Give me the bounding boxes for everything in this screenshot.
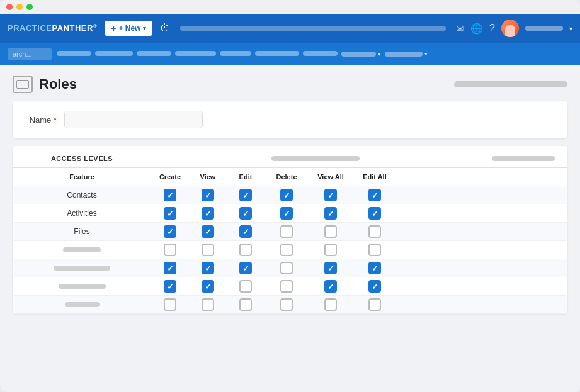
create-cell: [151, 298, 189, 311]
view-checkbox[interactable]: [202, 189, 214, 201]
view-checkbox[interactable]: [202, 280, 214, 293]
new-button[interactable]: + + New ▾: [105, 21, 152, 36]
create-cell: [151, 244, 189, 256]
viewAll-checkbox[interactable]: [324, 298, 337, 311]
maximize-dot[interactable]: [26, 4, 33, 10]
viewAll-checkbox[interactable]: [324, 207, 337, 220]
name-form-row: Name *: [25, 111, 555, 128]
view-checkbox[interactable]: [202, 225, 214, 238]
editAll-checkbox[interactable]: [368, 262, 381, 274]
editAll-checkbox[interactable]: [368, 225, 381, 238]
nav-item-3[interactable]: [137, 51, 171, 56]
view-cell: [189, 298, 227, 311]
edit-checkbox[interactable]: [239, 189, 252, 201]
nav-dropdown-1[interactable]: ▾: [341, 51, 381, 57]
viewAll-cell: [309, 298, 353, 311]
globe-icon[interactable]: 🌐: [470, 23, 483, 35]
feature-cell: [13, 247, 151, 252]
edit-checkbox[interactable]: [239, 244, 252, 256]
edit-cell: [227, 298, 264, 311]
delete-checkbox[interactable]: [280, 244, 293, 256]
view-cell: [189, 262, 227, 274]
viewAll-cell: [309, 189, 353, 201]
nav-item-5[interactable]: [220, 51, 251, 56]
view-checkbox[interactable]: [202, 262, 214, 274]
edit-checkbox[interactable]: [239, 262, 252, 274]
col-edit-all: Edit All: [353, 173, 397, 181]
viewAll-checkbox[interactable]: [324, 225, 337, 238]
nav-item-6[interactable]: [255, 51, 299, 56]
editAll-cell: [353, 207, 397, 220]
nav-dropdown-2[interactable]: ▾: [385, 51, 428, 57]
clock-icon[interactable]: ⏱: [160, 23, 170, 34]
viewAll-cell: [309, 280, 353, 293]
edit-checkbox[interactable]: [239, 225, 252, 238]
table-row: Files: [13, 223, 567, 241]
nav-item-1[interactable]: [57, 51, 91, 56]
search-box[interactable]: arch...: [8, 48, 52, 60]
nav-item-7[interactable]: [303, 51, 338, 56]
view-checkbox[interactable]: [202, 207, 214, 220]
nav-right: ✉ 🌐 ? ▾: [456, 20, 572, 37]
delete-checkbox[interactable]: [280, 225, 293, 238]
table-row: [13, 241, 567, 259]
view-checkbox[interactable]: [202, 244, 214, 256]
editAll-checkbox[interactable]: [368, 189, 381, 201]
nav-item-4[interactable]: [175, 51, 216, 56]
delete-checkbox[interactable]: [280, 207, 293, 220]
user-chevron-icon[interactable]: ▾: [569, 25, 572, 32]
create-cell: [151, 207, 189, 220]
editAll-checkbox[interactable]: [368, 298, 381, 311]
viewAll-checkbox[interactable]: [324, 262, 337, 274]
delete-cell: [264, 225, 309, 238]
create-cell: [151, 189, 189, 201]
column-headers: Feature Create View Edit Delete View All…: [13, 168, 567, 186]
main-content: Roles Name * ACCESS LEVELS Feature: [0, 65, 580, 392]
edit-cell: [227, 244, 264, 256]
create-checkbox[interactable]: [164, 244, 176, 256]
editAll-cell: [353, 262, 397, 274]
viewAll-checkbox[interactable]: [324, 244, 337, 256]
close-dot[interactable]: [6, 4, 13, 10]
help-icon[interactable]: ?: [489, 23, 495, 34]
feature-cell: [13, 266, 151, 271]
create-checkbox[interactable]: [164, 298, 176, 311]
edit-cell: [227, 262, 264, 274]
editAll-cell: [353, 225, 397, 238]
editAll-checkbox[interactable]: [368, 280, 381, 293]
name-form-card: Name *: [13, 101, 567, 138]
create-checkbox[interactable]: [164, 225, 176, 238]
table-row: [13, 296, 567, 314]
mail-icon[interactable]: ✉: [456, 23, 464, 35]
delete-cell: [264, 189, 309, 201]
minimize-dot[interactable]: [16, 4, 23, 10]
view-checkbox[interactable]: [202, 298, 214, 311]
col-view: View: [189, 173, 227, 181]
new-label: + New: [118, 24, 140, 33]
create-checkbox[interactable]: [164, 280, 176, 293]
delete-checkbox[interactable]: [280, 189, 293, 201]
feature-cell: Files: [13, 227, 151, 236]
edit-checkbox[interactable]: [239, 298, 252, 311]
create-checkbox[interactable]: [164, 189, 176, 201]
name-input[interactable]: [64, 111, 203, 128]
edit-checkbox[interactable]: [239, 207, 252, 220]
delete-checkbox[interactable]: [280, 262, 293, 274]
delete-checkbox[interactable]: [280, 280, 293, 293]
avatar[interactable]: [501, 20, 519, 37]
table-top-header: ACCESS LEVELS: [13, 146, 567, 168]
view-cell: [189, 207, 227, 220]
edit-checkbox[interactable]: [239, 280, 252, 293]
top-nav: PRACTICEPANTHER® + + New ▾ ⏱ ✉ 🌐 ? ▾: [0, 14, 580, 43]
sub-nav: arch... ▾ ▾: [0, 43, 580, 65]
viewAll-checkbox[interactable]: [324, 280, 337, 293]
editAll-checkbox[interactable]: [368, 244, 381, 256]
viewAll-checkbox[interactable]: [324, 189, 337, 201]
create-checkbox[interactable]: [164, 262, 176, 274]
nav-item-2[interactable]: [95, 51, 133, 56]
name-label: Name *: [25, 115, 57, 125]
delete-checkbox[interactable]: [280, 298, 293, 311]
editAll-checkbox[interactable]: [368, 207, 381, 220]
create-checkbox[interactable]: [164, 207, 176, 220]
col-view-all: View All: [309, 173, 353, 181]
